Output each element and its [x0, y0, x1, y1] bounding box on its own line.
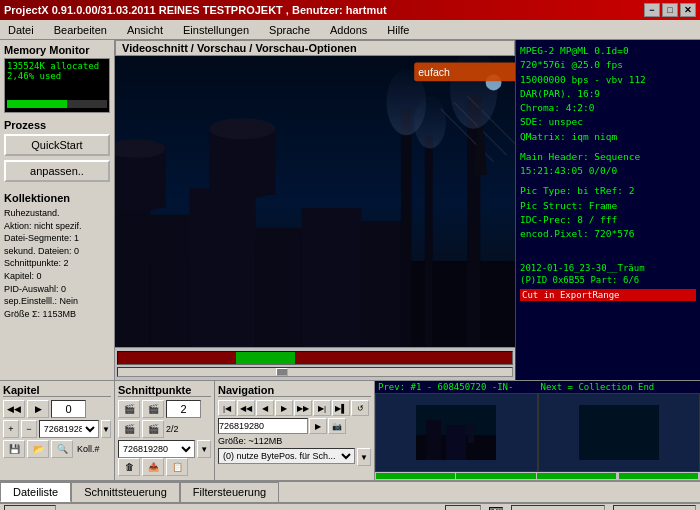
- kapitel-arrow-btn[interactable]: ▼: [101, 420, 111, 438]
- memory-bar-used: [7, 100, 67, 108]
- nav-btn-prev-fast[interactable]: ◀◀: [237, 400, 255, 416]
- kapitel-panel: Kapitel ◀◀ ▶ + − 726819280 ▼ 💾 📂 🔍 Koll.…: [0, 381, 115, 480]
- minimize-button[interactable]: −: [644, 3, 660, 17]
- tab-bar: Dateiliste Schnittsteuerung Filtersteuer…: [0, 481, 700, 503]
- filename-text: 2012-01-16_23-30__Träum: [520, 263, 696, 273]
- schnitt-arrow[interactable]: ▼: [197, 440, 211, 458]
- menu-hilfe[interactable]: Hilfe: [383, 22, 413, 38]
- menu-bearbeiten[interactable]: Bearbeiten: [50, 22, 111, 38]
- video-section-label: Videoschnitt / Vorschau / Vorschau-Optio…: [115, 40, 515, 56]
- schnitt-del-btn[interactable]: 🗑: [118, 458, 140, 476]
- status-time: 16:51:40 MEZ: [613, 505, 696, 511]
- kapitel-play-btn[interactable]: ▶: [27, 400, 49, 418]
- schnitt-icon3[interactable]: 🎬: [118, 420, 140, 438]
- info-header-2: 15:21:43:05 0/0/0: [520, 164, 696, 178]
- svg-point-22: [414, 96, 446, 149]
- nav-position-field[interactable]: [218, 418, 308, 434]
- info-pic-4: encod.Pixel: 720*576: [520, 227, 696, 241]
- close-button[interactable]: ✕: [680, 3, 696, 17]
- menu-addons[interactable]: Addons: [326, 22, 371, 38]
- anpassen-button[interactable]: anpassen..: [4, 160, 110, 182]
- menu-sprache[interactable]: Sprache: [265, 22, 314, 38]
- timeline-slider[interactable]: [117, 367, 513, 377]
- kapitel-save-btn[interactable]: 💾: [3, 440, 25, 458]
- kapitel-prev-btn[interactable]: ◀◀: [3, 400, 25, 418]
- info-line-1: MPEG-2 MP@ML 0.Id=0: [520, 44, 696, 58]
- svg-rect-30: [446, 425, 466, 460]
- info-pic-2: Pic Struct: Frame: [520, 199, 696, 213]
- tab-dateiliste[interactable]: Dateiliste: [0, 482, 71, 502]
- progress-outer[interactable]: [117, 351, 513, 365]
- nav-size-label: Größe: ~112MB: [218, 436, 371, 446]
- svg-rect-29: [426, 420, 441, 460]
- svg-rect-15: [425, 135, 433, 347]
- kapitel-value-field[interactable]: [51, 400, 86, 418]
- schnitt-icon1[interactable]: 🎬: [118, 400, 140, 418]
- kapitel-dropdown[interactable]: 726819280: [39, 420, 99, 438]
- left-panel: Memory Monitor 135524K allocated 2,46% u…: [0, 40, 115, 380]
- nav-btn-loop[interactable]: ↺: [351, 400, 369, 416]
- prozess-label: Prozess: [4, 119, 110, 131]
- koll-info: Ruhezustand. Aktion: nicht spezif. Datei…: [4, 207, 110, 320]
- svg-rect-5: [255, 228, 301, 347]
- kapitel-icon-row: ◀◀ ▶: [3, 400, 111, 418]
- app-title: ProjectX 0.91.0.00/31.03.2011 REINES TES…: [4, 4, 387, 16]
- progress-filled: [236, 352, 295, 364]
- menu-ansicht[interactable]: Ansicht: [123, 22, 167, 38]
- schnitt-list-btn[interactable]: 📋: [166, 458, 188, 476]
- schnitt-icon4[interactable]: 🎬: [142, 420, 164, 438]
- menu-datei[interactable]: Datei: [4, 22, 38, 38]
- nav-byte-dropdown[interactable]: (0) nutze BytePos. für Sch...: [218, 448, 355, 464]
- schnitt-icon-row2: 🗑 📤 📋: [118, 458, 211, 476]
- status-led: 💾: [489, 507, 503, 511]
- svg-rect-6: [302, 208, 362, 347]
- nav-btn-next[interactable]: ▶: [275, 400, 293, 416]
- pid-line: (P)ID 0x6B55 Part: 6/6: [520, 275, 696, 285]
- kapitel-add-btn[interactable]: +: [3, 420, 19, 438]
- schnitt-dropdown[interactable]: 726819280: [118, 440, 195, 458]
- kapitel-open-btn[interactable]: 📂: [27, 440, 49, 458]
- svg-rect-33: [579, 405, 659, 460]
- memory-bar-container: [7, 100, 107, 108]
- progress-bar-area: [115, 347, 515, 380]
- pic-info-block: Pic Type: bi tRef: 2 Pic Struct: Frame I…: [520, 184, 696, 241]
- schnitt-icon2[interactable]: 🎬: [142, 400, 164, 418]
- nav-btn-next-fast[interactable]: ▶▶: [294, 400, 312, 416]
- nav-play-btn[interactable]: ▶: [309, 418, 327, 434]
- status-off: OFF: [445, 505, 481, 511]
- schnitt-count-field[interactable]: [166, 400, 201, 418]
- prog-seg-1: [376, 473, 455, 479]
- info-pic-3: IDC-Prec: 8 / fff: [520, 213, 696, 227]
- nav-btn-prev-all[interactable]: |◀: [218, 400, 236, 416]
- nav-btn-next-all[interactable]: ▶|: [313, 400, 331, 416]
- menu-einstellungen[interactable]: Einstellungen: [179, 22, 253, 38]
- controls-row: Kapitel ◀◀ ▶ + − 726819280 ▼ 💾 📂 🔍 Koll.…: [0, 381, 700, 481]
- bottom-area: Kapitel ◀◀ ▶ + − 726819280 ▼ 💾 📂 🔍 Koll.…: [0, 380, 700, 510]
- prev-right-image: [538, 393, 701, 472]
- koll-line-1: Ruhezustand.: [4, 207, 110, 220]
- navigation-label: Navigation: [218, 384, 371, 397]
- info-pic-1: Pic Type: bi tRef: 2: [520, 184, 696, 198]
- info-line-7: QMatrix: iqm niqm: [520, 130, 696, 144]
- quickstart-button[interactable]: QuickStart: [4, 134, 110, 156]
- nav-capture-btn[interactable]: 📷: [328, 418, 346, 434]
- preview-progress: [375, 472, 700, 480]
- maximize-button[interactable]: □: [662, 3, 678, 17]
- tab-schnittsteuerung[interactable]: Schnittsteuerung: [71, 482, 180, 502]
- kapitel-icon-row2: + − 726819280 ▼: [3, 420, 111, 438]
- svg-rect-2: [115, 202, 150, 348]
- nav-byte-arrow[interactable]: ▼: [357, 448, 371, 466]
- right-info-panel: MPEG-2 MP@ML 0.Id=0 720*576i @25.0 fps 1…: [515, 40, 700, 380]
- info-header-1: Main Header: Sequence: [520, 150, 696, 164]
- schnitt-export-btn[interactable]: 📤: [142, 458, 164, 476]
- kapitel-del-btn[interactable]: −: [21, 420, 37, 438]
- nav-btn-end[interactable]: ▶▌: [332, 400, 350, 416]
- tab-filtersteuerung[interactable]: Filtersteuerung: [180, 482, 279, 502]
- prev-left-image: [375, 393, 538, 472]
- nav-btn-prev[interactable]: ◀: [256, 400, 274, 416]
- info-line-3: 15000000 bps - vbv 112: [520, 73, 696, 87]
- schnitt-icon-row: 🎬 🎬: [118, 400, 211, 418]
- timeline-thumb[interactable]: [276, 368, 288, 376]
- status-bereit: Bereit...: [4, 505, 56, 511]
- kapitel-search-btn[interactable]: 🔍: [51, 440, 73, 458]
